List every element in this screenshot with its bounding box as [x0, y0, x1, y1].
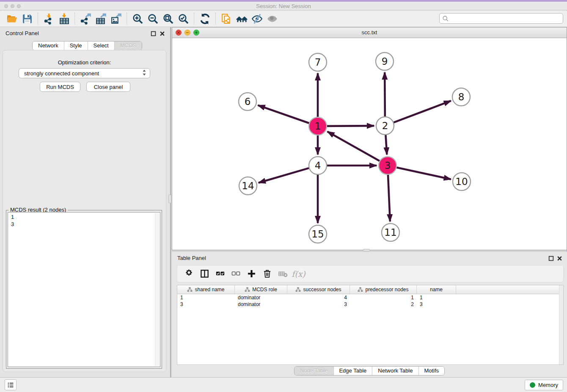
close-panel-icon[interactable] [160, 30, 165, 36]
column-header-name[interactable]: name [417, 285, 456, 294]
export-network-icon[interactable] [78, 12, 93, 25]
column-type-icon [187, 287, 193, 292]
network-window-titlebar[interactable]: scc.txt [172, 28, 567, 38]
main-toolbar [0, 11, 567, 27]
tab-network[interactable]: Network [33, 41, 64, 50]
show-columns-icon[interactable] [197, 267, 212, 281]
table-cell[interactable]: dominator [235, 301, 287, 308]
table-cell[interactable]: dominator [235, 294, 287, 301]
graph-node-15[interactable]: 15 [309, 225, 327, 243]
clone-network-icon[interactable] [219, 12, 234, 25]
table-panel-header: Table Panel [172, 252, 567, 264]
table-cell[interactable]: 3 [287, 301, 350, 308]
optimization-criterion-value: strongly connected component [24, 70, 99, 77]
memory-button[interactable]: Memory [525, 380, 563, 390]
column-header-predecessor-nodes[interactable]: predecessor nodes [350, 285, 417, 294]
float-table-panel-icon[interactable] [548, 255, 554, 261]
edge-1-2[interactable] [323, 126, 374, 126]
import-table-icon[interactable] [56, 12, 72, 25]
graph-node-7[interactable]: 7 [309, 53, 327, 71]
float-panel-icon[interactable] [151, 30, 156, 36]
mcds-result-list[interactable]: 13 [8, 212, 160, 367]
table-tab-network-table[interactable]: Network Table [372, 367, 418, 375]
graph-node-6[interactable]: 6 [239, 93, 256, 110]
table-panel: Table Panel f(x) shared nameMCDS rolesuc… [172, 252, 567, 377]
column-header-successor-nodes[interactable]: successor nodes [287, 285, 350, 294]
table-tab-node-table[interactable]: Node Table [295, 367, 333, 375]
mcds-result-item[interactable]: 3 [8, 221, 160, 228]
save-session-icon[interactable] [19, 12, 35, 25]
graph-node-10[interactable]: 10 [453, 173, 471, 190]
zoom-in-icon[interactable] [130, 12, 145, 25]
table-cell[interactable]: 3 [417, 301, 456, 308]
node-label: 14 [242, 180, 254, 191]
result-scrollbar[interactable] [155, 213, 160, 366]
table-settings-icon[interactable] [181, 267, 197, 281]
table-tab-motifs[interactable]: Motifs [418, 367, 444, 375]
graph-node-14[interactable]: 14 [239, 177, 257, 195]
column-header-label: name [430, 287, 443, 293]
vertical-splitter-grip[interactable] [168, 195, 171, 203]
graph-node-8[interactable]: 8 [452, 88, 470, 106]
table-row[interactable]: 3dominator323 [177, 301, 563, 308]
edge-3-1[interactable] [328, 132, 383, 163]
network-canvas-svg[interactable]: 7968124314101511 [172, 38, 567, 250]
add-column-icon[interactable] [244, 267, 259, 281]
graph-node-9[interactable]: 9 [376, 52, 394, 70]
deselect-all-icon[interactable] [228, 267, 244, 281]
run-mcds-button[interactable]: Run MCDS [40, 82, 80, 92]
column-header-label: successor nodes [303, 287, 341, 293]
table-scrollbar[interactable] [559, 285, 563, 364]
apply-layout-icon[interactable] [197, 12, 212, 25]
edge-3-10[interactable] [393, 167, 451, 179]
optimization-criterion-select[interactable]: strongly connected component [19, 68, 150, 78]
edge-2-8[interactable] [390, 101, 451, 124]
graph-node-11[interactable]: 11 [382, 224, 399, 241]
table-tab-edge-table[interactable]: Edge Table [333, 367, 372, 375]
open-session-icon[interactable] [4, 12, 19, 25]
table-cell[interactable]: 3 [177, 301, 235, 308]
hide-selected-icon[interactable] [249, 12, 264, 25]
zoom-out-icon[interactable] [145, 12, 160, 25]
table-cell[interactable]: 1 [350, 294, 417, 301]
application-window: Session: New Session Control Panel Netwo… [0, 0, 567, 392]
network-view-window: scc.txt 7968124314101511 [172, 27, 567, 250]
delete-column-icon[interactable] [259, 267, 275, 281]
close-table-panel-icon[interactable] [557, 255, 562, 261]
graph-node-2[interactable]: 2 [376, 117, 394, 135]
zoom-selected-icon[interactable] [176, 12, 191, 25]
edge-4-14[interactable] [259, 167, 313, 183]
table-row[interactable]: 1dominator411 [177, 294, 563, 301]
network-canvas[interactable]: 7968124314101511 [172, 38, 567, 250]
tab-style[interactable]: Style [64, 41, 88, 50]
column-header-shared-name[interactable]: shared name [177, 285, 235, 294]
column-type-icon [295, 287, 301, 292]
graph-node-1[interactable]: 1 [309, 117, 327, 135]
first-neighbors-icon[interactable] [234, 12, 249, 25]
select-all-icon[interactable] [212, 267, 228, 281]
table-cell[interactable]: 1 [177, 294, 235, 301]
tab-select[interactable]: Select [88, 41, 114, 50]
column-header-mcds-role[interactable]: MCDS role [235, 285, 287, 294]
graph-node-3[interactable]: 3 [379, 157, 396, 174]
mcds-result-item[interactable]: 1 [8, 213, 160, 221]
close-panel-button[interactable]: Close panel [86, 82, 130, 92]
node-label: 10 [455, 176, 468, 187]
zoom-fit-icon[interactable] [160, 12, 176, 25]
edge-3-11[interactable] [388, 171, 390, 221]
edge-2-9[interactable] [385, 72, 385, 120]
table-cell[interactable]: 1 [417, 294, 456, 301]
node-label: 6 [245, 96, 251, 107]
tab-mcds[interactable]: MCDS [114, 41, 142, 50]
horizontal-splitter-grip[interactable] [363, 249, 370, 251]
edge-1-6[interactable] [258, 105, 313, 124]
table-cell[interactable]: 4 [287, 294, 350, 301]
search-box[interactable] [439, 13, 563, 24]
table-cell[interactable]: 2 [350, 301, 417, 308]
task-history-button[interactable] [5, 379, 17, 390]
import-network-icon[interactable] [41, 12, 56, 25]
export-table-icon[interactable] [93, 12, 108, 25]
graph-node-4[interactable]: 4 [309, 157, 327, 174]
export-image-icon[interactable] [108, 12, 124, 25]
search-input[interactable] [451, 15, 560, 22]
